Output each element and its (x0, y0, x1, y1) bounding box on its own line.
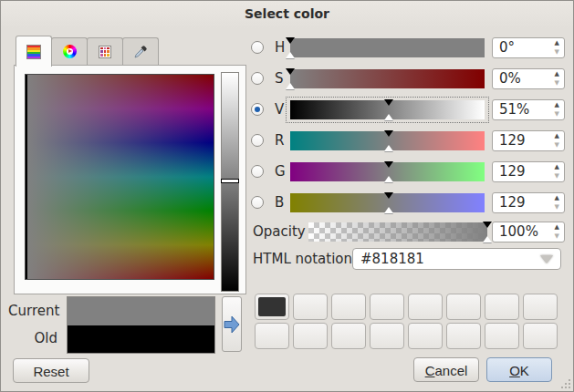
r-spinbox[interactable]: 129▲▼ (492, 130, 565, 151)
palette-swatch-6[interactable] (446, 294, 481, 320)
resize-grip[interactable] (561, 379, 570, 388)
current-old-swatch[interactable] (67, 296, 215, 354)
palette-swatch-15[interactable] (485, 323, 519, 349)
html-notation-value[interactable]: #818181 (360, 249, 424, 269)
tab-palette-grid[interactable] (87, 37, 123, 65)
spin-up-icon[interactable]: ▲ (555, 162, 559, 171)
current-color-swatch[interactable] (68, 297, 214, 325)
dropdown-arrow-icon[interactable] (540, 255, 553, 263)
current-label: Current (8, 303, 57, 319)
tab-gradient-square[interactable] (16, 36, 52, 67)
palette-swatch-4[interactable] (370, 294, 404, 320)
channel-label-g: G (275, 162, 286, 181)
square-selection-marker (26, 75, 27, 279)
h-value[interactable]: 0° (499, 38, 515, 57)
value-strip[interactable] (221, 72, 239, 292)
palette-swatch-13[interactable] (408, 323, 443, 349)
v-value[interactable]: 51% (499, 100, 529, 119)
radio-v[interactable] (251, 103, 264, 116)
palette-swatch-1[interactable] (255, 294, 289, 320)
color-strip-icon (26, 45, 41, 59)
opacity-label: Opacity (253, 222, 306, 242)
html-notation-row: HTML notation #818181 (251, 248, 567, 270)
palette-swatch-2[interactable] (293, 294, 328, 320)
spin-down-icon[interactable]: ▼ (555, 171, 559, 181)
palette-swatch-3[interactable] (331, 294, 366, 320)
cancel-button[interactable]: Cancel (413, 357, 479, 382)
g-value[interactable]: 129 (499, 162, 526, 181)
color-picker-page (14, 65, 246, 294)
radio-b[interactable] (251, 196, 264, 209)
channel-label-s: S (275, 69, 284, 88)
r-slider[interactable] (290, 131, 485, 150)
palette-swatch-12[interactable] (370, 323, 404, 349)
radio-h[interactable] (251, 41, 264, 54)
spin-down-icon[interactable]: ▼ (555, 47, 559, 57)
g-slider[interactable] (290, 162, 485, 181)
slider-row-b: B129▲▼ (251, 193, 567, 212)
opacity-spinbox[interactable]: 100% ▲ ▼ (492, 222, 565, 242)
b-spinbox[interactable]: 129▲▼ (492, 192, 565, 213)
b-value[interactable]: 129 (499, 193, 526, 212)
add-to-palette-button[interactable] (222, 296, 242, 352)
eyedropper-icon (133, 45, 148, 59)
titlebar: Select color (1, 1, 573, 28)
spin-up-icon[interactable]: ▲ (555, 222, 559, 232)
color-wheel-icon (63, 45, 77, 58)
palette-swatch-5[interactable] (408, 294, 443, 320)
old-label: Old (8, 330, 57, 346)
spin-down-icon[interactable]: ▼ (555, 202, 559, 211)
palette-swatch-8[interactable] (523, 294, 558, 320)
hue-saturation-square[interactable] (25, 74, 214, 280)
r-value[interactable]: 129 (499, 131, 526, 150)
spin-down-icon[interactable]: ▼ (555, 109, 559, 119)
spin-up-icon[interactable]: ▲ (555, 38, 559, 47)
ok-button[interactable]: OK (486, 357, 552, 382)
channel-label-h: H (275, 38, 285, 57)
slider-row-h: H0°▲▼ (251, 38, 567, 57)
s-value[interactable]: 0% (499, 69, 521, 88)
slider-row-r: R129▲▼ (251, 131, 567, 150)
radio-g[interactable] (251, 165, 264, 178)
slider-row-v: V51%▲▼ (251, 100, 567, 119)
old-color-swatch[interactable] (68, 325, 214, 354)
opacity-value[interactable]: 100% (499, 222, 538, 242)
spin-up-icon[interactable]: ▲ (555, 100, 559, 109)
v-slider[interactable] (290, 100, 485, 119)
select-color-dialog: Select color H0°▲▼ S0%▲▼ V51%▲▼ R129▲▼ G… (0, 0, 574, 392)
palette-grid-icon (99, 46, 111, 58)
spin-down-icon[interactable]: ▼ (555, 232, 559, 241)
radio-r[interactable] (251, 134, 264, 147)
slider-row-g: G129▲▼ (251, 162, 567, 181)
h-slider[interactable] (290, 38, 485, 57)
opacity-slider[interactable] (308, 222, 487, 242)
h-spinbox[interactable]: 0°▲▼ (492, 37, 565, 58)
channel-label-b: B (275, 193, 284, 212)
spin-down-icon[interactable]: ▼ (555, 78, 559, 88)
right-arrow-icon (223, 313, 241, 336)
spin-up-icon[interactable]: ▲ (555, 69, 559, 78)
v-spinbox[interactable]: 51%▲▼ (492, 99, 565, 120)
g-spinbox[interactable]: 129▲▼ (492, 161, 565, 182)
palette-swatch-16[interactable] (523, 323, 558, 349)
spin-up-icon[interactable]: ▲ (555, 131, 559, 140)
palette-swatch-10[interactable] (293, 323, 328, 349)
spin-up-icon[interactable]: ▲ (555, 193, 559, 202)
s-spinbox[interactable]: 0%▲▼ (492, 68, 565, 89)
dialog-title: Select color (1, 1, 573, 26)
palette-swatch-7[interactable] (485, 294, 519, 320)
palette-swatch-9[interactable] (255, 323, 289, 349)
html-notation-label: HTML notation (253, 248, 352, 270)
reset-button[interactable]: Reset (13, 358, 89, 383)
opacity-row: Opacity 100% ▲ ▼ (251, 222, 567, 242)
tab-color-wheel[interactable] (51, 37, 88, 65)
s-slider[interactable] (290, 69, 485, 88)
tab-eyedropper[interactable] (122, 37, 159, 65)
palette-swatch-11[interactable] (331, 323, 366, 349)
radio-s[interactable] (251, 72, 264, 85)
html-notation-input[interactable]: #818181 (352, 248, 561, 270)
b-slider[interactable] (290, 193, 485, 212)
slider-row-s: S0%▲▼ (251, 69, 567, 88)
spin-down-icon[interactable]: ▼ (555, 140, 559, 150)
palette-swatch-14[interactable] (446, 323, 481, 349)
